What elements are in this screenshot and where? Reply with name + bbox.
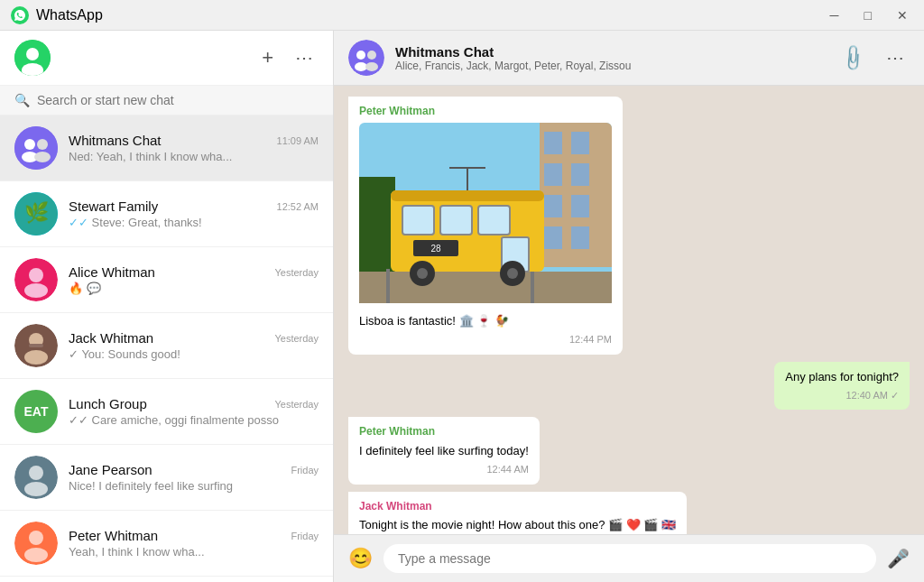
svg-rect-41: [571, 226, 589, 249]
chat-avatar-lunch: EAT: [14, 390, 58, 433]
svg-rect-43: [359, 272, 612, 303]
msg-text-plans: Any plans for tonight?: [785, 369, 899, 385]
svg-point-4: [14, 126, 58, 170]
chat-info-lunch: Lunch Group Yesterday ✓✓ Care amiche, og…: [69, 396, 319, 427]
chat-preview-lunch: ✓✓ Care amiche, oggi finalmente posso: [69, 413, 319, 427]
chat-info-whitmans: Whitmans Chat 11:09 AM Ned: Yeah, I thin…: [69, 133, 319, 163]
msg-sender-jack: Jack Whitman: [359, 499, 676, 514]
chat-time-stewart: 12:52 AM: [277, 201, 319, 212]
chat-info-stewart: Stewart Family 12:52 AM ✓✓ Steve: Great,…: [69, 199, 319, 229]
chat-time-jack: Yesterday: [274, 333, 319, 344]
svg-rect-36: [544, 163, 562, 186]
chat-item-stewart[interactable]: 🌿 Stewart Family 12:52 AM ✓✓ Steve: Grea…: [0, 181, 333, 247]
svg-point-30: [355, 62, 367, 71]
svg-rect-50: [478, 206, 510, 235]
svg-point-27: [348, 40, 384, 76]
new-chat-button[interactable]: +: [258, 42, 277, 73]
message-input[interactable]: [383, 544, 876, 573]
chat-avatar-jack: [14, 324, 58, 367]
svg-point-6: [37, 139, 48, 150]
chat-name-jack: Jack Whitman: [69, 330, 153, 346]
message-sent-plans: Any plans for tonight? 12:40 AM ✓: [774, 362, 910, 411]
svg-point-57: [507, 268, 518, 279]
chat-item-whitmans[interactable]: Whitmans Chat 11:09 AM Ned: Yeah, I thin…: [0, 115, 333, 181]
chat-item-peter[interactable]: Peter Whitman Friday Yeah, I think I kno…: [0, 511, 333, 577]
chat-header-actions: 📎 ⋯: [838, 43, 910, 72]
mic-button[interactable]: 🎤: [887, 548, 910, 569]
chat-header-avatar[interactable]: [348, 40, 384, 76]
chat-main: Whitmans Chat Alice, Francis, Jack, Marg…: [334, 31, 924, 582]
chat-name-stewart: Stewart Family: [69, 199, 158, 214]
svg-rect-16: [29, 344, 43, 347]
message-peter-lisbon: Peter Whitman: [348, 97, 623, 355]
chat-time-peter: Friday: [291, 531, 319, 541]
chat-info-alice: Alice Whitman Yesterday 🔥 💬: [69, 264, 319, 295]
svg-rect-47: [391, 190, 544, 201]
svg-point-12: [29, 268, 43, 282]
chat-preview-alice: 🔥 💬: [69, 282, 319, 295]
svg-rect-35: [571, 132, 589, 154]
svg-rect-44: [386, 269, 390, 303]
svg-point-55: [417, 268, 428, 279]
maximize-button[interactable]: □: [859, 6, 877, 24]
chat-menu-button[interactable]: ⋯: [882, 43, 910, 72]
svg-rect-34: [544, 132, 562, 154]
sidebar-header: + ⋯: [0, 31, 333, 86]
chat-item-jane[interactable]: Jane Pearson Friday Nice! I definitely f…: [0, 445, 333, 511]
svg-point-29: [367, 51, 376, 60]
chat-item-stewart2[interactable]: Stewart Family Friday Steve: Great, than…: [0, 577, 333, 582]
chat-name-lunch: Lunch Group: [69, 396, 147, 411]
chat-avatar-stewart: 🌿: [14, 192, 58, 236]
msg-tram-image: 28: [359, 123, 612, 308]
tick-icon: ✓: [891, 390, 899, 401]
chat-name-peter: Peter Whitman: [69, 528, 158, 543]
svg-rect-48: [402, 206, 434, 235]
minimize-button[interactable]: ─: [825, 6, 845, 24]
message-jack-movie: Jack Whitman Tonight is the movie night!…: [348, 492, 687, 534]
menu-button[interactable]: ⋯: [291, 43, 319, 72]
svg-text:🌿: 🌿: [24, 200, 50, 225]
msg-text-movie: Tonight is the movie night! How about th…: [359, 517, 676, 533]
svg-point-8: [34, 152, 51, 162]
chat-header-members: Alice, Francis, Jack, Margot, Peter, Roy…: [395, 60, 827, 72]
msg-time-lisbon: 12:44 PM: [359, 333, 612, 346]
app-title: WhatsApp: [36, 7, 103, 23]
search-bar: 🔍: [0, 86, 333, 115]
close-button[interactable]: ✕: [892, 6, 913, 24]
chat-preview-jack: ✓ You: Sounds good!: [69, 347, 319, 361]
chat-avatar-jane: [14, 456, 58, 499]
whatsapp-logo-icon: [11, 6, 29, 24]
svg-rect-45: [531, 269, 534, 303]
svg-rect-37: [571, 163, 589, 186]
search-input[interactable]: [37, 93, 319, 107]
sidebar-header-left: [14, 40, 51, 76]
title-bar: WhatsApp ─ □ ✕: [0, 0, 924, 31]
chat-header-info: Whitmans Chat Alice, Francis, Jack, Marg…: [395, 44, 827, 72]
chat-header: Whitmans Chat Alice, Francis, Jack, Marg…: [334, 31, 924, 86]
msg-text-surfing: I definitely feel like surfing today!: [359, 443, 529, 459]
svg-point-17: [24, 350, 48, 365]
svg-rect-49: [440, 206, 472, 235]
svg-point-13: [24, 283, 48, 298]
svg-point-23: [24, 548, 48, 562]
svg-text:28: 28: [430, 244, 441, 254]
svg-point-2: [26, 48, 39, 60]
chat-item-alice[interactable]: Alice Whitman Yesterday 🔥 💬: [0, 247, 333, 313]
chat-input-bar: 😊 🎤: [334, 534, 924, 582]
user-avatar[interactable]: [14, 40, 51, 76]
attach-button[interactable]: 📎: [833, 37, 874, 79]
svg-rect-38: [544, 195, 562, 217]
emoji-button[interactable]: 😊: [348, 547, 373, 570]
sidebar-header-right: + ⋯: [258, 42, 319, 73]
chat-preview-peter: Yeah, I think I know wha...: [69, 545, 319, 559]
svg-point-19: [29, 466, 43, 480]
chat-item-jack[interactable]: Jack Whitman Yesterday ✓ You: Sounds goo…: [0, 313, 333, 379]
svg-point-20: [24, 482, 48, 496]
title-bar-controls: ─ □ ✕: [825, 6, 913, 24]
chat-time-whitmans: 11:09 AM: [277, 135, 319, 146]
chat-item-lunch[interactable]: EAT Lunch Group Yesterday ✓✓ Care amiche…: [0, 379, 333, 445]
main-app: + ⋯ 🔍 Whitmans Chat 11:09 AM N: [0, 31, 924, 582]
svg-point-5: [24, 139, 35, 150]
chat-time-jane: Friday: [291, 465, 319, 476]
chat-list: Whitmans Chat 11:09 AM Ned: Yeah, I thin…: [0, 115, 333, 582]
